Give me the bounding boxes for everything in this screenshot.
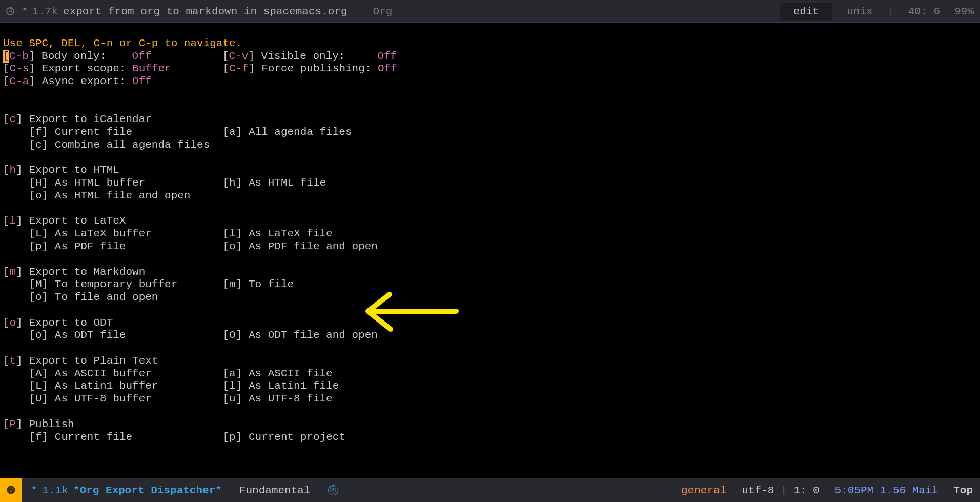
section-odt[interactable]: [o] Export to ODT [3,317,113,329]
scrollbar[interactable] [973,23,980,478]
edit-state: edit [780,3,832,21]
toggle-row-1[interactable]: [C-b] Body only: Off [C-v] Visible only:… [3,50,397,62]
modified-indicator: * [22,6,28,17]
modeline-encoding: utf-8 [742,485,774,496]
modeline-modified: * [31,485,37,496]
section-html[interactable]: [h] Export to HTML [3,164,119,176]
cursor-position: 40: 6 [908,6,940,17]
modeline: ❷ * 1.1k *Org Export Dispatcher* Fundame… [0,478,980,502]
opt-html-open[interactable]: [o] As HTML file and open [3,190,190,202]
major-mode: Org [373,6,393,17]
modeline-buffer-name: *Org Export Dispatcher* [73,485,222,496]
opt-latex-buffer[interactable]: [L] As LaTeX buffer [l] As LaTeX file [3,228,333,239]
modeline-time: 5:05PM 1.56 Mail [835,485,938,496]
modeline-general: general [681,485,726,496]
modeline-major-mode: Fundamental [239,485,311,496]
toggle-row-2[interactable]: [C-s] Export scope: Buffer [C-f] Force p… [3,63,397,74]
opt-pub-current[interactable]: [f] Current file [p] Current project [3,431,345,443]
modeline-position: 1: 0 [793,485,819,496]
dispatcher-buffer[interactable]: Use SPC, DEL, C-n or C-p to navigate. [C… [0,23,980,478]
modeline-scroll: Top [953,485,973,496]
section-plaintext[interactable]: [t] Export to Plain Text [3,355,158,367]
section-publish[interactable]: [P] Publish [3,418,74,430]
annotation-arrow-icon [359,288,461,334]
opt-ical-current[interactable]: [f] Current file [a] All agenda files [3,126,352,138]
section-markdown[interactable]: [m] Export to Markdown [3,266,145,278]
info-icon [6,7,14,15]
title-bar: * 1.7k export_from_org_to_markdown_in_sp… [0,0,980,23]
file-name: export_from_org_to_markdown_in_spacemacs… [63,6,348,17]
toggle-row-3[interactable]: [C-a] Async export: Off [3,75,152,87]
file-size: 1.7k [32,6,58,17]
opt-odt-file[interactable]: [o] As ODT file [O] As ODT file and open [3,329,378,341]
line-encoding: unix [847,6,872,17]
opt-md-buffer[interactable]: [M] To temporary buffer [m] To file [3,278,294,290]
navigation-hint: Use SPC, DEL, C-n or C-p to navigate. [3,37,242,49]
opt-latex-pdf[interactable]: [p] As PDF file [o] As PDF file and open [3,240,378,252]
scroll-percent: 99% [954,6,974,17]
window-number-badge: ❷ [0,478,22,502]
section-icalendar[interactable]: [c] Export to iCalendar [3,113,152,125]
opt-txt-latin1[interactable]: [L] As Latin1 buffer [l] As Latin1 file [3,380,339,392]
opt-html-buffer[interactable]: [H] As HTML buffer [h] As HTML file [3,177,326,189]
modeline-size: 1.1k [43,485,68,496]
keyboard-icon: Ⓚ [328,485,338,495]
opt-txt-ascii[interactable]: [A] As ASCII buffer [a] As ASCII file [3,368,333,379]
opt-ical-combine[interactable]: [c] Combine all agenda files [3,139,210,151]
separator: | [887,6,894,17]
opt-txt-utf8[interactable]: [U] As UTF-8 buffer [u] As UTF-8 file [3,393,333,405]
section-latex[interactable]: [l] Export to LaTeX [3,215,126,227]
opt-md-open[interactable]: [o] To file and open [3,291,158,303]
